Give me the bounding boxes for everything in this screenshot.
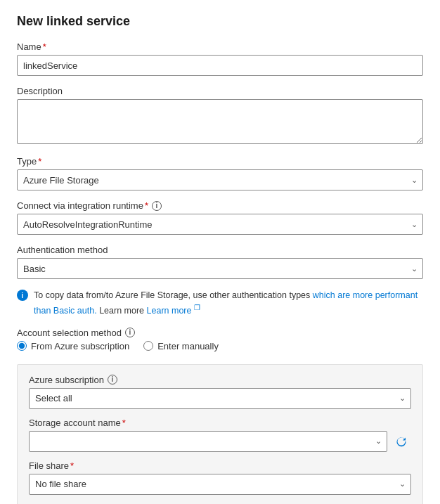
type-label: Type* bbox=[17, 156, 423, 167]
azure-subscription-select[interactable]: Select all bbox=[29, 388, 411, 409]
learn-more-link[interactable]: Learn more ❐ bbox=[147, 306, 200, 316]
storage-account-field-group: Storage account name* ⌄ bbox=[29, 418, 411, 452]
description-field-group: Description bbox=[17, 86, 423, 146]
type-select[interactable]: Azure File Storage bbox=[17, 169, 423, 190]
file-share-select-wrapper: No file share ⌄ bbox=[29, 474, 411, 495]
auth-method-field-group: Authentication method Basic ⌄ bbox=[17, 245, 423, 279]
azure-subscription-info-icon: i bbox=[108, 375, 117, 385]
integration-runtime-select-wrapper: AutoResolveIntegrationRuntime ⌄ bbox=[17, 214, 423, 235]
auth-method-select[interactable]: Basic bbox=[17, 258, 423, 279]
page-title: New linked service bbox=[17, 14, 423, 29]
storage-account-select-wrapper: ⌄ bbox=[29, 431, 387, 452]
account-selection-info-icon: i bbox=[125, 328, 135, 337]
radio-enter-manually[interactable]: Enter manually bbox=[143, 341, 219, 351]
integration-runtime-label: Connect via integration runtime* bbox=[17, 200, 148, 211]
type-select-wrapper: Azure File Storage ⌄ bbox=[17, 169, 423, 190]
auth-method-label: Authentication method bbox=[17, 245, 423, 255]
type-field-group: Type* Azure File Storage ⌄ bbox=[17, 156, 423, 190]
storage-account-select[interactable] bbox=[29, 431, 387, 452]
account-selection-label: Account selection method bbox=[17, 328, 122, 338]
azure-subscription-label: Azure subscription bbox=[29, 375, 104, 385]
azure-subscription-field-group: Azure subscription i Select all ⌄ bbox=[29, 375, 411, 409]
description-input[interactable] bbox=[17, 99, 423, 144]
description-label: Description bbox=[17, 86, 423, 96]
radio-azure-subscription[interactable]: From Azure subscription bbox=[17, 341, 129, 351]
account-selection-field-group: Account selection method i From Azure su… bbox=[17, 328, 423, 354]
file-share-field-group: File share* No file share ⌄ bbox=[29, 460, 411, 495]
radio-azure-input[interactable] bbox=[17, 341, 27, 351]
file-share-select[interactable]: No file share bbox=[29, 474, 411, 495]
radio-manual-label: Enter manually bbox=[157, 341, 219, 351]
integration-runtime-select[interactable]: AutoResolveIntegrationRuntime bbox=[17, 214, 423, 235]
radio-manual-input[interactable] bbox=[143, 341, 153, 351]
account-selection-radio-group: From Azure subscription Enter manually bbox=[17, 341, 423, 354]
storage-account-select-with-refresh: ⌄ bbox=[29, 431, 411, 452]
radio-azure-label: From Azure subscription bbox=[31, 341, 129, 351]
name-input[interactable] bbox=[17, 55, 423, 76]
storage-account-refresh-button[interactable] bbox=[392, 431, 411, 452]
external-link-icon: ❐ bbox=[194, 304, 200, 311]
info-banner-text: To copy data from/to Azure File Storage,… bbox=[34, 289, 423, 318]
name-field-group: Name* bbox=[17, 41, 423, 76]
azure-subscription-select-wrapper: Select all ⌄ bbox=[29, 388, 411, 409]
auth-method-select-wrapper: Basic ⌄ bbox=[17, 258, 423, 279]
azure-subscription-sub-section: Azure subscription i Select all ⌄ Storag… bbox=[17, 364, 423, 504]
file-share-label: File share* bbox=[29, 460, 411, 471]
info-banner: i To copy data from/to Azure File Storag… bbox=[17, 289, 423, 318]
storage-account-label: Storage account name* bbox=[29, 418, 411, 428]
integration-runtime-info-icon: i bbox=[152, 201, 162, 211]
info-banner-icon: i bbox=[17, 290, 28, 301]
refresh-icon bbox=[396, 436, 407, 447]
name-label: Name* bbox=[17, 41, 423, 52]
integration-runtime-field-group: Connect via integration runtime* i AutoR… bbox=[17, 200, 423, 235]
